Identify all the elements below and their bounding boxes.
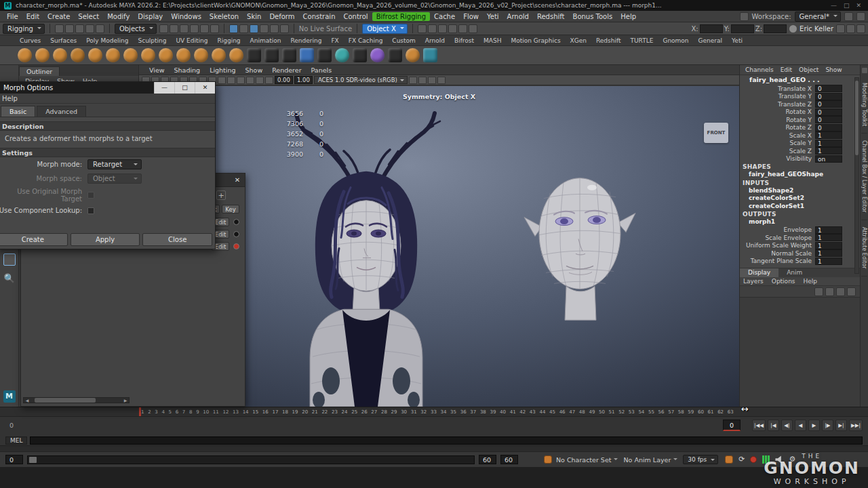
channel-value[interactable]: 1 — [815, 226, 842, 234]
menu-deform[interactable]: Deform — [265, 12, 298, 21]
frame-tick-35[interactable]: 35 — [450, 409, 456, 415]
channel-value[interactable]: 0 — [815, 100, 842, 108]
channel-value[interactable]: 1 — [815, 131, 842, 139]
shelf-tab-rigging[interactable]: Rigging — [212, 37, 245, 45]
frame-tick-44[interactable]: 44 — [539, 409, 545, 415]
snap-point-icon[interactable] — [250, 24, 258, 33]
frame-tick-55[interactable]: 55 — [648, 409, 654, 415]
layer-toolbar-icon[interactable] — [847, 287, 856, 296]
channel-value[interactable]: 1 — [815, 140, 842, 147]
frame-tick-37[interactable]: 37 — [470, 409, 476, 415]
viewport-menu-panels[interactable]: Panels — [307, 66, 337, 74]
layer-toolbar-icon[interactable] — [814, 287, 823, 296]
workspace-selector[interactable]: General* — [795, 12, 841, 22]
shelf-icon-23[interactable] — [423, 48, 437, 62]
channelbox-scrollbar[interactable] — [854, 77, 859, 274]
menu-skin[interactable]: Skin — [243, 12, 265, 21]
frame-tick-3[interactable]: 3 — [155, 409, 157, 415]
frame-tick-19[interactable]: 19 — [292, 409, 298, 415]
shelf-icon-18[interactable] — [335, 48, 349, 62]
frame-tick-16[interactable]: 16 — [262, 409, 269, 415]
channel-value[interactable]: 0 — [815, 124, 842, 131]
make-live-icon[interactable] — [280, 24, 289, 33]
menu-redshift[interactable]: Redshift — [533, 12, 569, 21]
menu-set-selector[interactable]: Rigging — [3, 24, 45, 34]
render-icon[interactable] — [448, 24, 457, 33]
range-slider-handle[interactable] — [29, 457, 37, 463]
menu-windows[interactable]: Windows — [167, 12, 205, 21]
frame-tick-40[interactable]: 40 — [500, 409, 506, 415]
channel-value[interactable]: 0 — [815, 93, 842, 100]
target-key-dot[interactable] — [233, 243, 239, 249]
frame-tick-33[interactable]: 33 — [431, 409, 437, 415]
menu-constrain[interactable]: Constrain — [299, 12, 340, 21]
frame-tick-23[interactable]: 23 — [332, 409, 338, 415]
target-key-dot[interactable] — [233, 219, 239, 225]
selection-mode-icon[interactable] — [190, 24, 199, 33]
menu-create[interactable]: Create — [43, 12, 74, 21]
viewport-menu-renderer[interactable]: Renderer — [267, 66, 306, 74]
frame-tick-18[interactable]: 18 — [282, 409, 288, 415]
create-button[interactable]: Create — [0, 233, 68, 246]
cached-playback-icon[interactable] — [762, 455, 770, 464]
sidebar-tab-modeling-toolkit[interactable]: Modeling Toolkit — [861, 76, 867, 134]
shelf-icon-0[interactable] — [18, 48, 32, 62]
menu-cache[interactable]: Cache — [430, 12, 459, 21]
shelf-tab-surfaces[interactable]: Surfaces — [45, 37, 81, 45]
shape-node[interactable]: fairy_head_GEOShape — [740, 171, 860, 179]
next-key-button[interactable]: |▶ — [822, 420, 833, 431]
morph-dialog-titlebar[interactable]: Morph Options — □ ✕ — [0, 82, 215, 94]
channel-value[interactable]: 1 — [815, 147, 842, 155]
shelf-tab-gnomon[interactable]: Gnomon — [658, 37, 693, 45]
shelf-icon-14[interactable] — [264, 48, 279, 62]
shelf-icon-11[interactable] — [212, 48, 226, 62]
frame-tick-36[interactable]: 36 — [460, 409, 467, 415]
selection-mode-icon[interactable] — [210, 24, 219, 33]
frame-tick-53[interactable]: 53 — [629, 409, 635, 415]
menu-bonus-tools[interactable]: Bonus Tools — [569, 12, 617, 21]
viewport-toolbar-icon[interactable] — [218, 77, 226, 84]
shelf-tab-motion-graphics[interactable]: Motion Graphics — [506, 37, 565, 45]
dialog-minimize-button[interactable]: — — [154, 82, 174, 94]
channel-value[interactable]: 0 — [815, 85, 842, 92]
shelf-icon-1[interactable] — [35, 48, 50, 62]
shelf-icon-6[interactable] — [123, 48, 138, 62]
shelf-tab-mash[interactable]: MASH — [479, 37, 506, 45]
frame-tick-9[interactable]: 9 — [196, 409, 199, 415]
shelf-icon-17[interactable] — [317, 48, 332, 62]
frame-tick-39[interactable]: 39 — [490, 409, 496, 415]
channel-value[interactable]: 0 — [815, 116, 842, 123]
scene-file-icon[interactable] — [96, 24, 104, 33]
menu-help[interactable]: Help — [616, 12, 640, 21]
selection-mode-icon[interactable] — [180, 24, 189, 33]
render-icon[interactable] — [469, 24, 477, 33]
window-maximize-button[interactable]: □ — [844, 2, 850, 9]
shelf-tab-animation[interactable]: Animation — [245, 37, 286, 45]
viewport-toolbar-icon[interactable] — [227, 77, 235, 84]
shelf-tab-fx[interactable]: FX — [326, 37, 343, 45]
shelf-tab-general[interactable]: General — [694, 37, 727, 45]
shelf-icon-5[interactable] — [106, 48, 120, 62]
morph-mode-dropdown[interactable]: Retarget — [87, 159, 142, 169]
frame-tick-48[interactable]: 48 — [579, 409, 585, 415]
coord-y-input[interactable] — [731, 24, 754, 33]
scene-file-icon[interactable] — [85, 24, 94, 33]
coord-z-input[interactable] — [764, 24, 787, 33]
target-key-dot[interactable] — [233, 231, 239, 237]
shelf-icon-10[interactable] — [194, 48, 208, 62]
lasso-tool-icon[interactable] — [3, 253, 16, 266]
frame-tick-5[interactable]: 5 — [169, 409, 172, 415]
prev-key-button[interactable]: ◀| — [781, 420, 793, 431]
viewport-menu-lighting[interactable]: Lighting — [205, 66, 240, 74]
input-node-blendshape2[interactable]: blendShape2 — [740, 187, 860, 195]
zoom-tool-icon[interactable]: 🔍 — [3, 272, 16, 285]
channel-object-name[interactable]: fairy_head_GEO . . . — [740, 75, 860, 85]
menu-display[interactable]: Display — [134, 12, 167, 21]
outliner-tab[interactable]: Outliner — [19, 66, 60, 76]
snap-grid-icon[interactable] — [229, 24, 238, 33]
viewport-toolbar-icon[interactable] — [237, 77, 245, 84]
output-node-morph1[interactable]: morph1 — [740, 218, 860, 226]
range-slider[interactable] — [27, 455, 475, 464]
frame-tick-58[interactable]: 58 — [678, 409, 684, 415]
frame-tick-15[interactable]: 15 — [252, 409, 258, 415]
